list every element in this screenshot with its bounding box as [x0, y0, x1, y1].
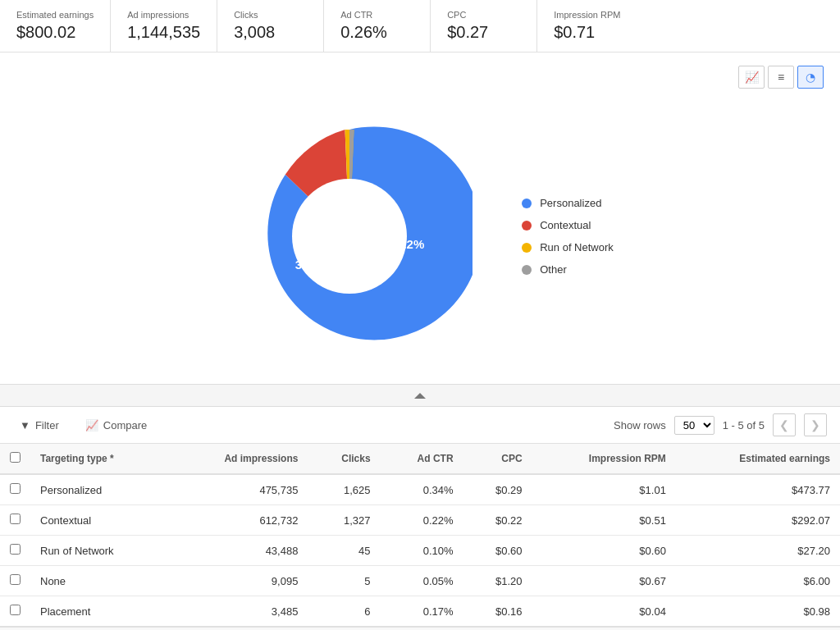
row-checkbox-cell[interactable]	[0, 505, 30, 536]
pagination-info: 1 - 5 of 5	[723, 419, 765, 431]
cell-ad-impressions: 43,488	[169, 536, 308, 566]
row-checkbox-cell[interactable]	[0, 596, 30, 628]
row-checkbox[interactable]	[10, 483, 21, 494]
table-row: Personalized 475,735 1,625 0.34% $0.29 $…	[0, 474, 840, 505]
metric-label: Estimated earnings	[16, 10, 94, 20]
totals-checkbox-cell	[0, 627, 30, 630]
metric-value: $800.02	[16, 23, 94, 42]
line-chart-btn[interactable]: 📈	[738, 66, 765, 89]
chart-legend: Personalized Contextual Run of Network O…	[522, 197, 614, 276]
cell-clicks: 45	[308, 536, 380, 566]
chart-container: 59.2% 36.5% Personalized Contextual Run …	[16, 97, 824, 384]
cell-targeting-type: None	[30, 566, 169, 596]
cell-cpc: $0.22	[463, 505, 532, 536]
legend-item-personalized: Personalized	[522, 197, 614, 209]
table-body: Personalized 475,735 1,625 0.34% $0.29 $…	[0, 474, 840, 627]
next-page-button[interactable]: ❯	[804, 413, 827, 436]
col-targeting-type: Targeting type *	[30, 444, 169, 474]
filter-button[interactable]: ▼ Filter	[13, 416, 66, 435]
col-ad-ctr: Ad CTR	[381, 444, 463, 474]
totals-cpc: $0.27	[463, 627, 532, 630]
row-checkbox[interactable]	[10, 544, 21, 555]
cell-ad-ctr: 0.17%	[381, 596, 463, 628]
cell-estimated-earnings: $6.00	[676, 566, 840, 596]
show-rows-select[interactable]: 50 25 10	[674, 416, 714, 435]
select-all-checkbox[interactable]	[10, 452, 21, 463]
show-rows-label: Show rows	[614, 419, 666, 431]
metric-label: CPC	[447, 10, 520, 20]
cell-targeting-type: Run of Network	[30, 536, 169, 566]
cell-cpc: $1.20	[463, 566, 532, 596]
table-row: Run of Network 43,488 45 0.10% $0.60 $0.…	[0, 536, 840, 566]
cell-ad-impressions: 3,485	[169, 596, 308, 628]
metric-item-cpc: CPC $0.27	[431, 0, 537, 52]
metric-label: Ad impressions	[127, 10, 200, 20]
cell-impression-rpm: $0.51	[532, 505, 676, 536]
cell-impression-rpm: $1.01	[532, 474, 676, 505]
metrics-bar: Estimated earnings $800.02 Ad impression…	[0, 0, 840, 52]
row-checkbox[interactable]	[10, 605, 21, 615]
legend-item-other: Other	[522, 263, 614, 276]
table-chart-btn[interactable]: ≡	[768, 66, 794, 89]
legend-label: Personalized	[540, 197, 601, 209]
table-header: Targeting type * Ad impressions Clicks A…	[0, 444, 840, 474]
cell-clicks: 1,327	[308, 505, 380, 536]
metric-value: 1,144,535	[127, 23, 200, 42]
compare-icon: 📈	[85, 419, 98, 431]
metric-value: 3,008	[234, 23, 307, 42]
select-all-header[interactable]	[0, 444, 30, 474]
compare-label: Compare	[103, 419, 147, 431]
metric-value: 0.26%	[340, 23, 413, 42]
cell-cpc: $0.16	[463, 596, 532, 628]
compare-button[interactable]: 📈 Compare	[79, 416, 153, 435]
chart-area: 📈 ≡ ◔ 59.2% 36.5%	[0, 52, 840, 384]
totals-ad-ctr: 0.26%	[381, 627, 463, 630]
filter-label: Filter	[35, 419, 59, 431]
cell-ad-ctr: 0.22%	[381, 505, 463, 536]
filter-icon: ▼	[20, 419, 30, 431]
metric-item-clicks: Clicks 3,008	[217, 0, 324, 52]
metric-label: Impression RPM	[554, 10, 628, 20]
row-checkbox[interactable]	[10, 514, 21, 524]
chart-controls: 📈 ≡ ◔	[16, 66, 824, 89]
totals-estimated-earnings: $800.02	[676, 627, 840, 630]
collapse-divider[interactable]	[0, 384, 840, 407]
cell-targeting-type: Placement	[30, 596, 169, 628]
legend-item-run-of-network: Run of Network	[522, 241, 614, 253]
cell-cpc: $0.60	[463, 536, 532, 566]
col-estimated-earnings: Estimated earnings	[676, 444, 840, 474]
col-impression-rpm: Impression RPM	[532, 444, 676, 474]
donut-chart: 59.2% 36.5%	[226, 113, 472, 359]
prev-page-button[interactable]: ❮	[773, 413, 796, 436]
cell-ad-impressions: 612,732	[169, 505, 308, 536]
cell-clicks: 5	[308, 566, 380, 596]
legend-label: Contextual	[540, 219, 591, 231]
cell-targeting-type: Contextual	[30, 505, 169, 536]
row-checkbox[interactable]	[10, 574, 21, 585]
legend-label: Other	[540, 263, 567, 276]
cell-targeting-type: Personalized	[30, 474, 169, 505]
totals-label: Totals	[30, 627, 169, 630]
totals-impression-rpm: $0.71	[532, 627, 676, 630]
table-row: None 9,095 5 0.05% $1.20 $0.67 $6.00	[0, 566, 840, 596]
legend-label: Run of Network	[540, 241, 614, 253]
svg-point-0	[292, 179, 407, 294]
legend-item-contextual: Contextual	[522, 219, 614, 231]
metric-item-ad-impressions: Ad impressions 1,144,535	[111, 0, 217, 52]
table-row: Contextual 612,732 1,327 0.22% $0.22 $0.…	[0, 505, 840, 536]
table-toolbar: ▼ Filter 📈 Compare Show rows 50 25 10 1 …	[0, 407, 840, 444]
table-row: Placement 3,485 6 0.17% $0.16 $0.04 $0.9…	[0, 596, 840, 628]
table-footer: Totals 1,144,535 3,008 0.26% $0.27 $0.71…	[0, 627, 840, 630]
row-checkbox-cell[interactable]	[0, 474, 30, 505]
row-checkbox-cell[interactable]	[0, 536, 30, 566]
row-checkbox-cell[interactable]	[0, 566, 30, 596]
metric-value: $0.71	[554, 23, 628, 42]
cell-estimated-earnings: $0.98	[676, 596, 840, 628]
pie-chart-btn[interactable]: ◔	[797, 66, 824, 89]
toolbar-right: Show rows 50 25 10 1 - 5 of 5 ❮ ❯	[614, 413, 827, 436]
cell-ad-impressions: 9,095	[169, 566, 308, 596]
svg-text:36.5%: 36.5%	[295, 258, 331, 272]
cell-estimated-earnings: $292.07	[676, 505, 840, 536]
col-clicks: Clicks	[308, 444, 380, 474]
col-ad-impressions: Ad impressions	[169, 444, 308, 474]
